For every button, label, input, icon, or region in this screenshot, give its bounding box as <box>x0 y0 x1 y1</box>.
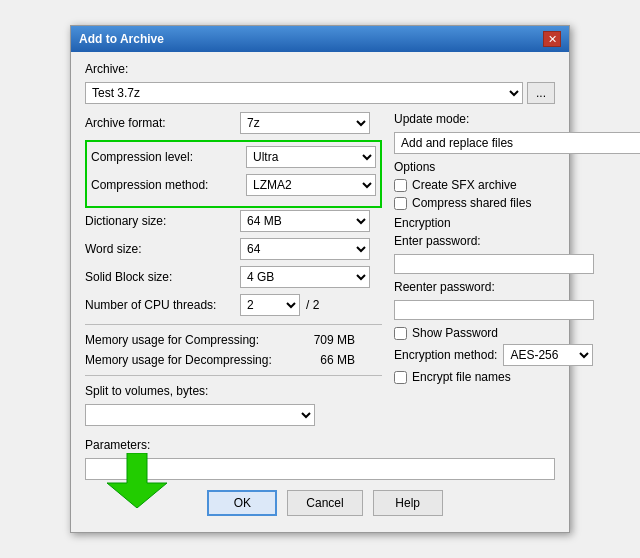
compression-level-select[interactable]: Ultra <box>246 146 376 168</box>
archive-row: Test 3.7z ... <box>85 82 555 104</box>
create-sfx-label: Create SFX archive <box>412 178 517 192</box>
title-bar: Add to Archive ✕ <box>71 26 569 52</box>
button-row: OK Cancel Help <box>85 490 555 522</box>
divider-2 <box>85 375 382 376</box>
parameters-label-row: Parameters: <box>85 438 555 452</box>
show-password-checkbox[interactable] <box>394 327 407 340</box>
solid-block-row: Solid Block size: 4 GB <box>85 266 382 288</box>
cpu-threads-select[interactable]: 2 <box>240 294 300 316</box>
mem-decompress-value: 66 MB <box>295 353 355 367</box>
update-mode-row: Add and replace files <box>394 132 640 154</box>
encrypt-filenames-row: Encrypt file names <box>394 370 640 384</box>
encryption-label: Encryption <box>394 216 640 230</box>
split-row <box>85 404 382 426</box>
encrypt-filenames-label: Encrypt file names <box>412 370 511 384</box>
update-mode-label-row: Update mode: <box>394 112 640 126</box>
compress-shared-label: Compress shared files <box>412 196 531 210</box>
enter-password-row <box>394 254 640 274</box>
encryption-method-select[interactable]: AES-256 <box>503 344 593 366</box>
reenter-password-input[interactable] <box>394 300 594 320</box>
compression-level-label: Compression level: <box>91 150 246 164</box>
compression-highlight: Compression level: Ultra Compression met… <box>85 140 382 208</box>
archive-label: Archive: <box>85 62 128 76</box>
create-sfx-checkbox[interactable] <box>394 179 407 192</box>
show-password-row: Show Password <box>394 326 640 340</box>
mem-compress-value: 709 MB <box>295 333 355 347</box>
parameters-label: Parameters: <box>85 438 150 452</box>
encrypt-filenames-checkbox[interactable] <box>394 371 407 384</box>
right-column: Update mode: Add and replace files Optio… <box>394 112 640 432</box>
split-label: Split to volumes, bytes: <box>85 384 208 398</box>
encryption-section: Encryption Enter password: Reenter passw… <box>394 216 640 384</box>
mem-decompress-label: Memory usage for Decompressing: <box>85 353 295 367</box>
encryption-method-label: Encryption method: <box>394 348 497 362</box>
word-size-row: Word size: 64 <box>85 238 382 260</box>
enter-password-label-row: Enter password: <box>394 234 640 248</box>
split-select[interactable] <box>85 404 315 426</box>
encryption-method-row: Encryption method: AES-256 <box>394 344 640 366</box>
compress-shared-row: Compress shared files <box>394 196 640 210</box>
solid-block-label: Solid Block size: <box>85 270 240 284</box>
solid-block-select[interactable]: 4 GB <box>240 266 370 288</box>
mem-compress-label: Memory usage for Compressing: <box>85 333 295 347</box>
compression-level-row: Compression level: Ultra <box>91 146 376 168</box>
add-to-archive-dialog: Add to Archive ✕ Archive: Test 3.7z ... … <box>70 25 570 533</box>
cancel-button[interactable]: Cancel <box>287 490 362 516</box>
svg-marker-0 <box>107 453 167 508</box>
cpu-threads-label: Number of CPU threads: <box>85 298 240 312</box>
browse-button[interactable]: ... <box>527 82 555 104</box>
update-mode-label: Update mode: <box>394 112 469 126</box>
dictionary-size-label: Dictionary size: <box>85 214 240 228</box>
word-size-select[interactable]: 64 <box>240 238 370 260</box>
reenter-password-label-row: Reenter password: <box>394 280 640 294</box>
enter-password-label: Enter password: <box>394 234 481 248</box>
dictionary-size-select[interactable]: 64 MB <box>240 210 370 232</box>
mem-compress-row: Memory usage for Compressing: 709 MB <box>85 333 382 347</box>
compression-method-label: Compression method: <box>91 178 246 192</box>
help-button[interactable]: Help <box>373 490 443 516</box>
reenter-password-label: Reenter password: <box>394 280 495 294</box>
word-size-label: Word size: <box>85 242 240 256</box>
show-password-label: Show Password <box>412 326 498 340</box>
reenter-password-row <box>394 300 640 320</box>
archive-format-select[interactable]: 7z <box>240 112 370 134</box>
options-section: Options Create SFX archive Compress shar… <box>394 160 640 210</box>
cpu-threads-suffix: / 2 <box>306 298 319 312</box>
main-columns: Archive format: 7z Compression level: Ul… <box>85 112 555 432</box>
ok-button[interactable]: OK <box>207 490 277 516</box>
archive-format-row: Archive format: 7z <box>85 112 382 134</box>
compression-method-row: Compression method: LZMA2 <box>91 174 376 196</box>
divider-1 <box>85 324 382 325</box>
close-button[interactable]: ✕ <box>543 31 561 47</box>
split-label-row: Split to volumes, bytes: <box>85 384 382 398</box>
options-label: Options <box>394 160 640 174</box>
compress-shared-checkbox[interactable] <box>394 197 407 210</box>
create-sfx-row: Create SFX archive <box>394 178 640 192</box>
compression-method-select[interactable]: LZMA2 <box>246 174 376 196</box>
enter-password-input[interactable] <box>394 254 594 274</box>
archive-label-row: Archive: <box>85 62 555 76</box>
update-mode-select[interactable]: Add and replace files <box>394 132 640 154</box>
green-arrow-icon <box>97 453 177 508</box>
window-title: Add to Archive <box>79 32 164 46</box>
left-column: Archive format: 7z Compression level: Ul… <box>85 112 382 432</box>
cpu-threads-row: Number of CPU threads: 2 / 2 <box>85 294 382 316</box>
dictionary-size-row: Dictionary size: 64 MB <box>85 210 382 232</box>
mem-decompress-row: Memory usage for Decompressing: 66 MB <box>85 353 382 367</box>
archive-format-label: Archive format: <box>85 116 240 130</box>
archive-select[interactable]: Test 3.7z <box>85 82 523 104</box>
dialog-content: Archive: Test 3.7z ... Archive format: 7… <box>71 52 569 532</box>
